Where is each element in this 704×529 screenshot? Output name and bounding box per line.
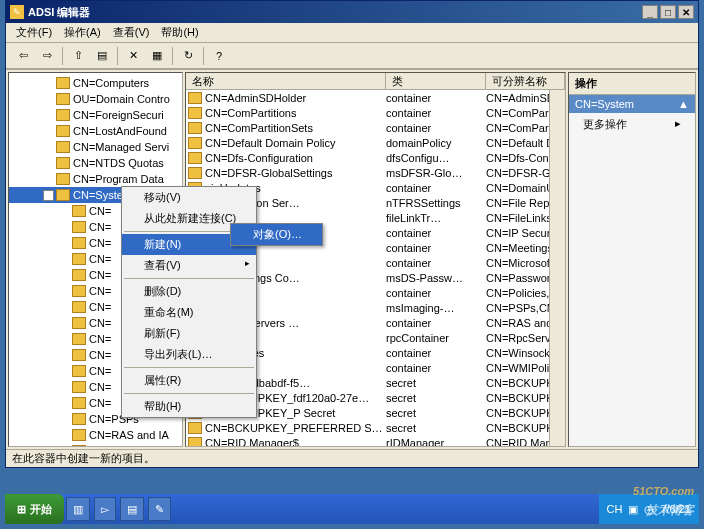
tree-item[interactable]: CN=ForeignSecuri xyxy=(9,107,182,123)
expander-icon[interactable] xyxy=(59,206,70,217)
maximize-button[interactable]: □ xyxy=(660,5,676,19)
tree-item[interactable]: OU=Domain Contro xyxy=(9,91,182,107)
expander-icon[interactable] xyxy=(59,430,70,441)
row-type: container xyxy=(386,317,486,329)
expander-icon[interactable] xyxy=(43,158,54,169)
ctx-help[interactable]: 帮助(H) xyxy=(122,396,256,417)
expander-icon[interactable] xyxy=(59,270,70,281)
tree-item[interactable]: CN=LostAndFound xyxy=(9,123,182,139)
system-tray[interactable]: CH ▣ ◷ 7/6/21 xyxy=(599,494,699,524)
row-dn: CN=RAS and IAS Servers A… xyxy=(486,317,549,329)
tree-item[interactable]: CN=Program Data xyxy=(9,171,182,187)
start-button[interactable]: ⊞ 开始 xyxy=(5,494,64,524)
tree-item[interactable]: CN=RpcService xyxy=(9,443,182,447)
task-button-2[interactable]: ▻ xyxy=(94,497,116,521)
ctx-refresh[interactable]: 刷新(F) xyxy=(122,323,256,344)
expander-icon[interactable] xyxy=(59,350,70,361)
list-row[interactable]: CN=ComPartitionscontainerCN=ComPartition… xyxy=(186,105,549,120)
back-button[interactable]: ⇦ xyxy=(12,46,34,66)
task-button-adsi[interactable]: ✎ xyxy=(148,497,171,521)
up-button[interactable]: ⇧ xyxy=(67,46,89,66)
forward-button[interactable]: ⇨ xyxy=(36,46,58,66)
row-type: container xyxy=(386,92,486,104)
folder-icon xyxy=(56,93,70,105)
titlebar[interactable]: ✎ ADSI 编辑器 _ □ ✕ xyxy=(6,1,698,23)
tree-item[interactable]: CN=RAS and IA xyxy=(9,427,182,443)
clock[interactable]: 7/6/21 xyxy=(660,503,691,515)
folder-icon xyxy=(188,422,202,434)
expander-icon[interactable] xyxy=(59,302,70,313)
ctx-new-object[interactable]: 对象(O)… xyxy=(231,224,322,245)
expander-icon[interactable] xyxy=(43,142,54,153)
expander-icon[interactable] xyxy=(43,94,54,105)
context-menu: 移动(V) 从此处新建连接(C) 新建(N)▸ 查看(V)▸ 删除(D) 重命名… xyxy=(121,186,257,418)
ctx-properties[interactable]: 属性(R) xyxy=(122,370,256,391)
row-name: CN=ComPartitionSets xyxy=(205,122,313,134)
tree-item[interactable]: CN=Managed Servi xyxy=(9,139,182,155)
tray-icon[interactable]: ▣ xyxy=(628,503,638,516)
window-title: ADSI 编辑器 xyxy=(28,5,642,20)
tree-item-label: CN= xyxy=(89,205,111,217)
folder-icon xyxy=(72,301,86,313)
tree-item-label: CN= xyxy=(89,333,111,345)
expander-icon[interactable] xyxy=(43,78,54,89)
tree-item[interactable]: CN=NTDS Quotas xyxy=(9,155,182,171)
expander-icon[interactable] xyxy=(59,398,70,409)
expander-icon[interactable] xyxy=(59,254,70,265)
ctx-delete[interactable]: 删除(D) xyxy=(122,281,256,302)
expander-icon[interactable] xyxy=(43,174,54,185)
actions-section[interactable]: CN=System ▲ xyxy=(569,95,695,113)
expander-icon[interactable] xyxy=(59,382,70,393)
col-dn[interactable]: 可分辨名称 xyxy=(486,73,565,89)
show-tree-button[interactable]: ▤ xyxy=(91,46,113,66)
actions-more[interactable]: 更多操作 ▸ xyxy=(569,113,695,136)
tree-item[interactable]: CN=Computers xyxy=(9,75,182,91)
expander-icon[interactable] xyxy=(59,366,70,377)
folder-icon xyxy=(72,285,86,297)
expander-icon[interactable] xyxy=(43,110,54,121)
expander-icon[interactable] xyxy=(59,286,70,297)
list-row[interactable]: CN=ComPartitionSetscontainerCN=ComPartit… xyxy=(186,120,549,135)
task-button-1[interactable]: ▥ xyxy=(66,497,90,521)
ctx-view[interactable]: 查看(V)▸ xyxy=(122,255,256,276)
row-type: container xyxy=(386,122,486,134)
ime-indicator[interactable]: CH xyxy=(607,503,623,515)
list-scrollbar[interactable] xyxy=(549,90,565,446)
expander-icon[interactable] xyxy=(59,414,70,425)
list-row[interactable]: CN=Default Domain PolicydomainPolicyCN=D… xyxy=(186,135,549,150)
menu-action[interactable]: 操作(A) xyxy=(58,23,107,42)
tray-icon[interactable]: ◷ xyxy=(644,503,654,516)
ctx-rename[interactable]: 重命名(M) xyxy=(122,302,256,323)
expander-icon[interactable] xyxy=(59,446,70,448)
expander-icon[interactable] xyxy=(43,126,54,137)
list-row[interactable]: CN=Dfs-ConfigurationdfsConfigu…CN=Dfs-Co… xyxy=(186,150,549,165)
list-row[interactable]: CN=AdminSDHoldercontainerCN=AdminSDHolde… xyxy=(186,90,549,105)
properties-button[interactable]: ▦ xyxy=(146,46,168,66)
menu-file[interactable]: 文件(F) xyxy=(10,23,58,42)
folder-icon xyxy=(72,205,86,217)
col-type[interactable]: 类 xyxy=(386,73,486,89)
refresh-button[interactable]: ↻ xyxy=(177,46,199,66)
ctx-move[interactable]: 移动(V) xyxy=(122,187,256,208)
task-button-3[interactable]: ▤ xyxy=(120,497,144,521)
menu-view[interactable]: 查看(V) xyxy=(107,23,156,42)
row-name: CN=BCKUPKEY_PREFERRED S… xyxy=(205,422,383,434)
folder-icon xyxy=(56,189,70,201)
expander-icon[interactable]: − xyxy=(43,190,54,201)
delete-button[interactable]: ✕ xyxy=(122,46,144,66)
close-button[interactable]: ✕ xyxy=(678,5,694,19)
menu-help[interactable]: 帮助(H) xyxy=(155,23,204,42)
ctx-export[interactable]: 导出列表(L)… xyxy=(122,344,256,365)
expander-icon[interactable] xyxy=(59,334,70,345)
col-name[interactable]: 名称 xyxy=(186,73,386,89)
list-row[interactable]: CN=BCKUPKEY_PREFERRED S…secretCN=BCKUPKE… xyxy=(186,420,549,435)
minimize-button[interactable]: _ xyxy=(642,5,658,19)
folder-icon xyxy=(72,381,86,393)
expander-icon[interactable] xyxy=(59,318,70,329)
list-row[interactable]: CN=RID Manager$rIDManagerCN=RID Manager$… xyxy=(186,435,549,446)
expander-icon[interactable] xyxy=(59,222,70,233)
help-button[interactable]: ? xyxy=(208,46,230,66)
actions-section-label: CN=System xyxy=(575,98,634,110)
list-row[interactable]: CN=DFSR-GlobalSettingsmsDFSR-Glo…CN=DFSR… xyxy=(186,165,549,180)
expander-icon[interactable] xyxy=(59,238,70,249)
